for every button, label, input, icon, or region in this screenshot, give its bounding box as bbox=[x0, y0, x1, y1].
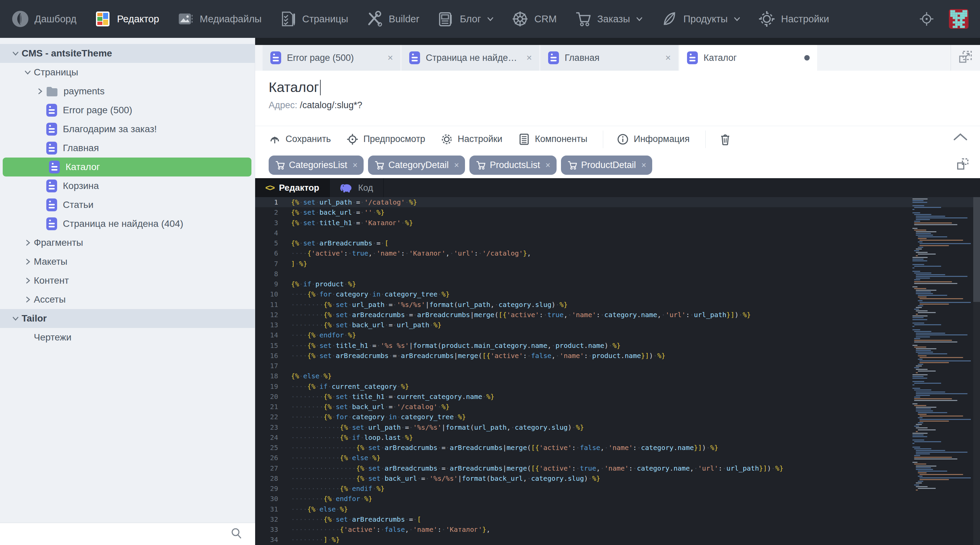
code-line[interactable]: 14····{%·endfor·%} bbox=[255, 330, 980, 340]
sidebar-search[interactable] bbox=[0, 523, 255, 545]
locate-icon[interactable] bbox=[919, 11, 934, 26]
tree-item-страница-не-найдена-404-[interactable]: Страница не найдена (404) bbox=[0, 214, 255, 233]
vertical-scrollbar[interactable] bbox=[973, 197, 980, 545]
nav-item-orders[interactable]: Заказы bbox=[574, 10, 643, 28]
code-line[interactable]: 17 bbox=[255, 361, 980, 371]
tree-item-каталог[interactable]: Каталог bbox=[3, 158, 251, 177]
close-icon[interactable]: × bbox=[388, 53, 393, 63]
page-title[interactable]: Каталог bbox=[269, 80, 980, 96]
close-icon[interactable]: × bbox=[353, 160, 358, 170]
сохранить-button[interactable]: Сохранить bbox=[269, 133, 331, 145]
информация-button[interactable]: Информация bbox=[617, 133, 689, 145]
address-value[interactable]: /catalog/:slug*? bbox=[300, 100, 362, 110]
code-line[interactable]: 3{%·set·title_h1·=·'Каталог'·%} bbox=[255, 218, 980, 228]
minimap[interactable] bbox=[912, 198, 972, 491]
предпросмотр-button[interactable]: Предпросмотр bbox=[346, 133, 425, 145]
tree-item-payments[interactable]: payments bbox=[0, 82, 255, 101]
code-line[interactable]: 2{%·set·back_url·=·''·%} bbox=[255, 207, 980, 217]
code-line[interactable]: 4 bbox=[255, 228, 980, 238]
close-icon[interactable]: × bbox=[641, 160, 646, 170]
tree-item-благодарим-за-заказ-[interactable]: Благодарим за заказ! bbox=[0, 120, 255, 139]
code-line[interactable]: 28················{%·set·back_url·=·'%s/… bbox=[255, 473, 980, 483]
chevron-down-icon[interactable] bbox=[22, 69, 34, 76]
code-line[interactable]: 5{%·set·arBreadcrumbs·=·[ bbox=[255, 238, 980, 248]
nav-item-blog[interactable]: Блог bbox=[437, 10, 494, 28]
doc-tab-главная[interactable]: Главная× bbox=[540, 45, 678, 71]
nav-item-settings[interactable]: Настройки bbox=[758, 10, 829, 28]
code-line[interactable]: 10····{%·for·category·in·category_tree·%… bbox=[255, 289, 980, 299]
doc-tab-страница-не-найдена-[interactable]: Страница не найдена...× bbox=[401, 45, 539, 71]
code-line[interactable]: 18{%·else·%} bbox=[255, 371, 980, 381]
trash-button[interactable] bbox=[719, 133, 731, 145]
tree-item-error-page-500-[interactable]: Error page (500) bbox=[0, 101, 255, 120]
code-line[interactable]: 20········{%·set·title_h1·=·current_cate… bbox=[255, 392, 980, 402]
code-line[interactable]: 19····{%·if·current_category·%} bbox=[255, 381, 980, 392]
code-line[interactable]: 7]·%} bbox=[255, 259, 980, 269]
code-line[interactable]: 22········{%·for·category·in·category_tr… bbox=[255, 412, 980, 422]
code-line[interactable]: 12········{%·set·arBreadcrumbs·=·arBread… bbox=[255, 310, 980, 320]
tree-item-макеты[interactable]: Макеты bbox=[0, 252, 255, 271]
close-icon[interactable]: × bbox=[454, 160, 459, 170]
chevron-down-icon[interactable] bbox=[10, 315, 22, 322]
code-line[interactable]: 27················{%·set·arBreadcrumbs·=… bbox=[255, 463, 980, 473]
tree-item-фрагменты[interactable]: Фрагменты bbox=[0, 233, 255, 252]
component-chip-productdetail[interactable]: ProductDetail× bbox=[561, 156, 652, 175]
component-chip-categorydetail[interactable]: CategoryDetail× bbox=[368, 156, 465, 175]
nav-item-builder[interactable]: Builder bbox=[366, 10, 419, 28]
component-chip-categorieslist[interactable]: CategoriesList× bbox=[269, 156, 364, 175]
nav-item-media[interactable]: Медиафайлы bbox=[177, 10, 262, 28]
nav-item-pages[interactable]: Страницы bbox=[279, 10, 348, 28]
tree-item-страницы[interactable]: Страницы bbox=[0, 63, 255, 82]
doc-tab-каталог[interactable]: Каталог bbox=[679, 45, 817, 71]
tree-item-ассеты[interactable]: Ассеты bbox=[0, 290, 255, 309]
detach-tab-button[interactable] bbox=[951, 45, 980, 71]
code-line[interactable]: 13········{%·set·back_url·=·url_path·%} bbox=[255, 320, 980, 330]
code-line[interactable]: 9{%·if·product·%} bbox=[255, 279, 980, 289]
editor-tab-код[interactable]: Код bbox=[330, 178, 383, 197]
chevron-right-icon[interactable] bbox=[34, 88, 46, 95]
doc-tab-error-page-500-[interactable]: Error page (500)× bbox=[262, 45, 401, 71]
code-line[interactable]: 34········]·%} bbox=[255, 534, 980, 545]
code-line[interactable]: 26············{%·else·%} bbox=[255, 453, 980, 463]
component-chip-productslist[interactable]: ProductsList× bbox=[469, 156, 556, 175]
tree-item-главная[interactable]: Главная bbox=[0, 139, 255, 158]
chevron-right-icon[interactable] bbox=[22, 258, 34, 265]
code-line[interactable]: 15····{%·set·title_h1·=·'%s %s'|format(p… bbox=[255, 341, 980, 351]
code-line[interactable]: 33············{'active':·false,·'name':·… bbox=[255, 524, 980, 534]
компоненты-button[interactable]: Компоненты bbox=[518, 133, 588, 145]
tree-item-чертежи[interactable]: Чертежи bbox=[0, 328, 255, 347]
nav-item-crm[interactable]: CRM bbox=[511, 10, 557, 28]
code-line[interactable]: 11········{%·set·url_path·=·'%s/%s'|form… bbox=[255, 300, 980, 310]
code-line[interactable]: 32········{%·set·arBreadcrumbs·=·[ bbox=[255, 514, 980, 524]
close-icon[interactable]: × bbox=[546, 160, 550, 170]
code-line[interactable]: 30········{%·endfor·%} bbox=[255, 494, 980, 504]
chevron-right-icon[interactable] bbox=[22, 296, 34, 303]
user-avatar[interactable] bbox=[949, 9, 969, 29]
tree-item-контент[interactable]: Контент bbox=[0, 271, 255, 290]
настройки-button[interactable]: Настройки bbox=[441, 133, 502, 145]
close-icon[interactable]: × bbox=[665, 53, 671, 63]
code-line[interactable]: 25················{%·set·arBreadcrumbs·=… bbox=[255, 443, 980, 453]
code-line[interactable]: 31····{%·else·%} bbox=[255, 504, 980, 514]
collapse-toolbar-button[interactable] bbox=[953, 133, 968, 142]
code-line[interactable]: 23············{%·set·url_path·=·'%s/%s'|… bbox=[255, 422, 980, 432]
chevron-right-icon[interactable] bbox=[22, 239, 34, 246]
chevron-down-icon[interactable] bbox=[10, 50, 22, 57]
code-line[interactable]: 29············{%·endif·%} bbox=[255, 483, 980, 494]
code-area[interactable]: 1{%·set·url_path·=·'/catalog'·%}2{%·set·… bbox=[255, 197, 980, 545]
tree-item-cms-antsitetheme[interactable]: CMS - antsiteTheme bbox=[0, 44, 255, 63]
chevron-right-icon[interactable] bbox=[22, 277, 34, 284]
code-line[interactable]: 16····{%·set·arBreadcrumbs·=·arBreadcrum… bbox=[255, 351, 980, 361]
code-line[interactable]: 8 bbox=[255, 269, 980, 279]
code-line[interactable]: 21········{%·set·back_url·=·'/catalog'·%… bbox=[255, 402, 980, 412]
tree-item-корзина[interactable]: Корзина bbox=[0, 177, 255, 195]
expand-components-button[interactable] bbox=[955, 157, 970, 173]
tree-item-статьи[interactable]: Статьи bbox=[0, 195, 255, 214]
nav-item-products[interactable]: Продукты bbox=[660, 10, 740, 28]
code-line[interactable]: 6····{'active':·true,·'name':·'Каталог',… bbox=[255, 248, 980, 258]
tree-item-tailor[interactable]: Tailor bbox=[0, 309, 255, 328]
scrollbar-thumb[interactable] bbox=[973, 197, 980, 302]
code-line[interactable]: 24············{%·if·loop.last·%} bbox=[255, 432, 980, 443]
close-icon[interactable]: × bbox=[527, 53, 532, 63]
editor-tab-редактор[interactable]: <>Редактор bbox=[255, 178, 330, 197]
